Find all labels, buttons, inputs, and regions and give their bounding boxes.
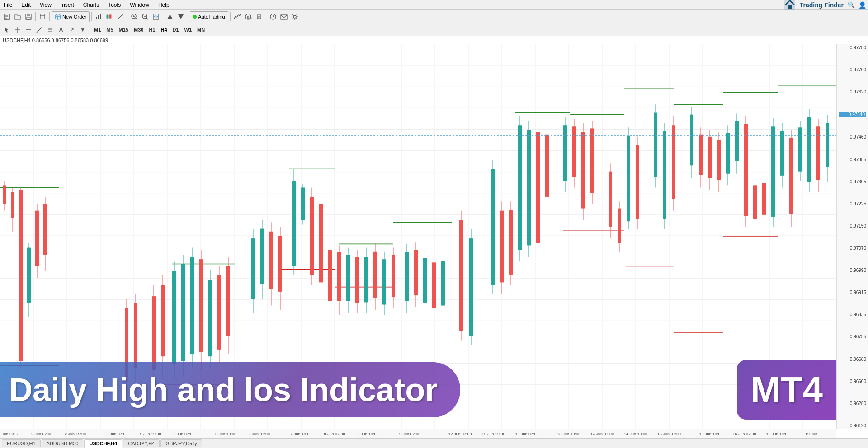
dt-crosshair[interactable] (13, 25, 23, 35)
svg-rect-224 (663, 131, 666, 219)
tb-open[interactable] (13, 11, 23, 22)
tb-scripts[interactable] (254, 11, 264, 22)
svg-rect-146 (251, 238, 255, 299)
menu-bar: File Edit View Insert Charts Tools Windo… (0, 0, 868, 10)
svg-rect-196 (509, 210, 513, 275)
svg-rect-142 (217, 275, 221, 350)
dt-trend-line[interactable] (34, 25, 44, 35)
menu-file[interactable]: File (2, 1, 14, 9)
tb-period-down[interactable] (176, 11, 186, 22)
tf-m5[interactable]: M5 (104, 26, 115, 33)
tf-w1[interactable]: W1 (182, 26, 194, 33)
tb-zoom-in[interactable] (129, 11, 139, 22)
tb-new-chart[interactable] (2, 11, 12, 22)
tf-m15[interactable]: M15 (117, 26, 131, 33)
time-axis: 1 Jun 2017 2 Jun 07:00 2 Jun 19:00 5 Jun… (0, 429, 836, 438)
chart-container[interactable]: 0.97780 0.97700 0.97620 0.97540 0.97460 … (0, 44, 868, 438)
tab-audusd-m30[interactable]: AUDUSD,M30 (42, 439, 84, 447)
svg-rect-138 (199, 259, 203, 352)
svg-rect-118 (27, 248, 31, 303)
svg-rect-258 (826, 123, 829, 167)
time-label: 2 Jun 07:00 (31, 432, 52, 436)
svg-rect-122 (43, 204, 47, 255)
tb-fit[interactable] (151, 11, 161, 22)
time-label: 5 Jun 07:00 (106, 432, 127, 436)
dt-arrow[interactable]: ↗ (67, 25, 77, 35)
tf-m30[interactable]: M30 (132, 26, 146, 33)
dt-horizontal-line[interactable] (24, 25, 33, 35)
svg-line-45 (37, 27, 42, 33)
menu-edit[interactable]: Edit (19, 1, 33, 9)
svg-rect-7 (27, 14, 30, 16)
tab-eurusd-h1[interactable]: EURUSD,H1 (2, 439, 41, 447)
tb-period-up[interactable] (165, 11, 175, 22)
tb-line[interactable] (115, 11, 125, 22)
new-order-button[interactable]: New Order (52, 11, 90, 22)
tb-chart-bar[interactable] (94, 11, 104, 22)
svg-rect-124 (125, 308, 128, 378)
time-label: 13 Jun 07:00 (515, 432, 538, 436)
svg-rect-158 (310, 197, 314, 275)
svg-rect-228 (690, 115, 693, 166)
menu-charts[interactable]: Charts (81, 1, 101, 9)
tab-gbpjpy-daily[interactable]: GBPJPY,Daily (160, 439, 202, 447)
menu-tools[interactable]: Tools (106, 1, 123, 9)
tab-usdchf-h4[interactable]: USDCHF,H4 (84, 439, 122, 448)
time-label: 6 Jun 19:00 (215, 432, 236, 436)
svg-rect-194 (500, 211, 504, 283)
tb-clock[interactable] (268, 11, 278, 22)
menu-help[interactable]: Help (156, 1, 171, 9)
menu-insert[interactable]: Insert (59, 1, 76, 9)
tb-candle[interactable] (104, 11, 114, 22)
tf-h4[interactable]: H4 (158, 26, 169, 33)
tb-settings[interactable] (290, 11, 300, 22)
dt-more[interactable]: ▼ (78, 25, 88, 35)
svg-rect-208 (572, 126, 576, 177)
time-label: 1 Jun 2017 (0, 432, 19, 436)
dt-cursor[interactable] (2, 25, 12, 35)
svg-rect-170 (364, 257, 368, 302)
tb-print[interactable] (38, 11, 47, 22)
time-label: 9 Jun 07:00 (399, 432, 420, 436)
time-label: 14 Jun 19:00 (624, 432, 647, 436)
price-label: 0.97700 (839, 67, 866, 72)
svg-rect-244 (762, 183, 766, 215)
price-label: 0.97150 (839, 224, 866, 229)
svg-rect-160 (319, 204, 323, 282)
dt-fib[interactable] (45, 25, 55, 35)
toolbar: New Order AutoTrading (0, 10, 868, 23)
tf-h1[interactable]: H1 (146, 26, 157, 33)
time-label: 8 Jun 07:00 (324, 432, 345, 436)
autotrading-button[interactable]: AutoTrading (190, 11, 228, 22)
menu-window[interactable]: Window (128, 1, 151, 9)
sep-8 (266, 12, 266, 21)
tf-mn[interactable]: MN (195, 26, 207, 33)
price-label: 0.96120 (839, 423, 866, 428)
tb-indicators[interactable] (232, 11, 242, 22)
svg-rect-18 (107, 15, 108, 18)
tf-d1[interactable]: D1 (170, 26, 181, 33)
tb-zoom-out[interactable] (140, 11, 150, 22)
tb-experts[interactable]: EA (243, 11, 253, 22)
svg-rect-256 (816, 126, 820, 180)
svg-rect-114 (11, 192, 14, 218)
autotrading-status-dot (193, 15, 197, 19)
menu-view[interactable]: View (38, 1, 53, 9)
svg-rect-168 (355, 257, 359, 303)
tab-cadjpy-h4[interactable]: CADJPY,H4 (123, 439, 160, 447)
time-label: 6 Jun 07:00 (173, 432, 194, 436)
time-label: 14 Jun 07:00 (590, 432, 614, 436)
profile-icon[interactable]: 👤 (859, 1, 866, 9)
tb-email[interactable] (279, 11, 289, 22)
svg-rect-172 (373, 252, 377, 298)
tb-save[interactable] (24, 11, 33, 22)
svg-rect-132 (172, 271, 176, 364)
svg-rect-8 (27, 17, 30, 19)
drawing-toolbar: A ↗ ▼ M1 M5 M15 M30 H1 H4 D1 W1 MN (0, 23, 868, 36)
svg-marker-31 (178, 14, 184, 19)
tf-m1[interactable]: M1 (92, 26, 103, 33)
dt-text[interactable]: A (56, 25, 66, 35)
chart-svg[interactable] (0, 44, 836, 429)
search-icon[interactable]: 🔍 (847, 1, 855, 9)
price-label: 0.96835 (839, 312, 866, 317)
